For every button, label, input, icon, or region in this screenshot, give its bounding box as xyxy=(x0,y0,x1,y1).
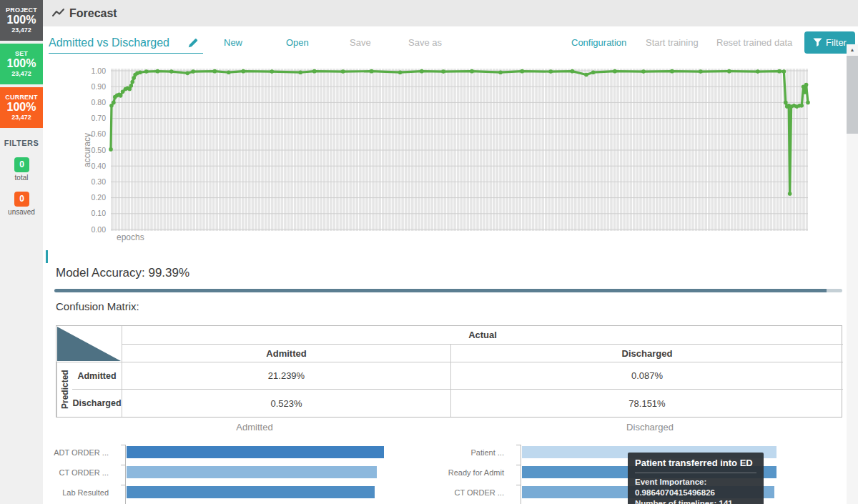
axis-tick xyxy=(121,445,125,445)
toolbar-action-configuration[interactable]: Configuration xyxy=(571,37,626,48)
vertical-scrollbar[interactable]: ▲ xyxy=(847,44,858,504)
x-axis-label: epochs xyxy=(117,232,144,242)
scrollbar-thumb[interactable] xyxy=(847,56,858,134)
project-stat-count: 23,472 xyxy=(0,26,43,34)
admitted-chart-title: Admitted xyxy=(125,422,384,433)
matrix-value-admitted-admitted: 21.239% xyxy=(122,362,451,390)
current-stat-block: CURRENT 100% 23,472 xyxy=(0,87,43,128)
project-stat-block: PROJECT 100% 23,472 xyxy=(0,0,43,41)
bar-label: Patient ... xyxy=(438,448,504,457)
y-tick-label: 0.90 xyxy=(92,82,107,91)
text-cursor-marker xyxy=(46,250,48,263)
page-title: Forecast xyxy=(69,7,117,20)
importance-bar[interactable] xyxy=(127,486,375,498)
filters-unsaved-badge[interactable]: 0 xyxy=(14,192,29,207)
toolbar-action-new[interactable]: New xyxy=(224,37,242,48)
y-tick-label: 0.80 xyxy=(92,98,107,107)
axis-tick xyxy=(516,485,521,485)
bar-label: CT ORDER ... xyxy=(43,468,109,477)
y-tick-label: 0.50 xyxy=(92,146,107,154)
y-tick-label: 0.70 xyxy=(92,114,107,122)
filters-heading: FILTERS xyxy=(0,139,43,147)
y-axis-label: accuracy xyxy=(82,133,92,167)
corner-triangle xyxy=(56,326,122,362)
current-stat-count: 23,472 xyxy=(0,114,43,121)
sidebar: PROJECT 100% 23,472 SET 100% 23,472 CURR… xyxy=(0,0,43,504)
y-tick-label: 0.00 xyxy=(92,225,107,234)
confusion-matrix-heading: Confusion Matrix: xyxy=(56,300,139,312)
y-tick-label: 0.10 xyxy=(92,209,107,217)
toolbar-action-save: Save xyxy=(350,37,371,48)
predicted-discharged-header: Discharged xyxy=(72,390,122,417)
project-stat-label: PROJECT xyxy=(0,0,43,14)
model-accuracy-text: Model Accuracy: 99.39% xyxy=(56,266,189,280)
matrix-corner-cell xyxy=(56,326,122,362)
y-tick-label: 0.20 xyxy=(92,193,107,202)
bar-label: ADT ORDER ... xyxy=(43,448,109,457)
set-stat-label: SET xyxy=(0,44,43,57)
predicted-axis-label: Predicted xyxy=(56,362,72,417)
bar-label: Ready for Admit xyxy=(438,468,504,477)
section-divider-tail xyxy=(827,289,842,292)
axis-tick xyxy=(516,445,521,445)
filters-total-badge[interactable]: 0 xyxy=(14,157,29,172)
set-stat-block: SET 100% 23,472 xyxy=(0,44,43,84)
tooltip-divider xyxy=(635,473,756,473)
axis-tick xyxy=(121,465,125,465)
bar-label: CT ORDER ... xyxy=(438,488,504,497)
set-stat-percent: 100% xyxy=(0,57,43,70)
predicted-admitted-header: Admitted xyxy=(72,362,122,390)
confusion-matrix-table: Actual Admitted Discharged Predicted Adm… xyxy=(56,325,842,417)
axis-tick xyxy=(121,485,125,485)
bar-label: Lab Resulted xyxy=(43,488,109,497)
matrix-value-discharged-discharged: 78.151% xyxy=(451,390,843,417)
axis-tick xyxy=(516,465,521,465)
y-tick-label: 0.30 xyxy=(92,177,107,186)
y-tick-label: 1.00 xyxy=(92,66,107,75)
tooltip-event-importance: Event Importance: 0.9864070415496826 xyxy=(635,477,756,498)
filters-total-label: total xyxy=(0,174,43,182)
funnel-icon xyxy=(813,38,822,47)
admitted-importance-chart: Admitted ADT ORDER ...CT ORDER ...Lab Re… xyxy=(43,422,415,504)
actual-axis-label: Actual xyxy=(122,326,843,345)
accuracy-epochs-chart: 1.000.900.800.700.600.500.400.300.200.10… xyxy=(43,61,851,247)
matrix-value-admitted-discharged: 0.087% xyxy=(451,362,843,390)
current-stat-label: CURRENT xyxy=(0,87,43,101)
importance-bar[interactable] xyxy=(127,466,377,478)
importance-bar[interactable] xyxy=(127,446,384,458)
actual-admitted-header: Admitted xyxy=(122,345,451,362)
section-divider xyxy=(54,289,831,292)
model-name-field[interactable]: Admitted vs Discharged xyxy=(49,34,203,54)
toolbar-action-save-as: Save as xyxy=(408,37,442,48)
header-bar: Forecast xyxy=(43,0,858,26)
admitted-chart-plot: ADT ORDER ...CT ORDER ...Lab Resulted xyxy=(43,440,415,504)
edit-pencil-icon[interactable] xyxy=(187,36,199,51)
tooltip-title: Patient transferred into ED xyxy=(635,458,756,468)
bar-axis xyxy=(125,445,126,504)
discharged-chart-title: Discharged xyxy=(521,422,779,433)
current-stat-percent: 100% xyxy=(0,101,43,114)
tooltip-timelines: Number of timelines: 141 xyxy=(635,498,756,504)
toolbar-action-start-training: Start training xyxy=(646,37,699,48)
set-stat-count: 23,472 xyxy=(0,70,43,77)
model-name-value[interactable]: Admitted vs Discharged xyxy=(49,36,169,49)
line-chart-icon xyxy=(52,8,65,21)
bar-tooltip: Patient transferred into ED Event Import… xyxy=(628,453,764,504)
y-tick-label: 0.60 xyxy=(92,129,107,138)
toolbar-action-open[interactable]: Open xyxy=(286,37,309,48)
scroll-up-arrow[interactable]: ▲ xyxy=(847,44,858,56)
project-stat-percent: 100% xyxy=(0,14,43,26)
filters-unsaved-label: unsaved xyxy=(0,208,43,216)
bar-axis xyxy=(521,445,521,504)
y-tick-label: 0.40 xyxy=(92,162,107,170)
matrix-value-discharged-admitted: 0.523% xyxy=(122,390,451,417)
actual-discharged-header: Discharged xyxy=(451,345,843,362)
toolbar-action-reset-trained-data: Reset trained data xyxy=(716,37,792,48)
